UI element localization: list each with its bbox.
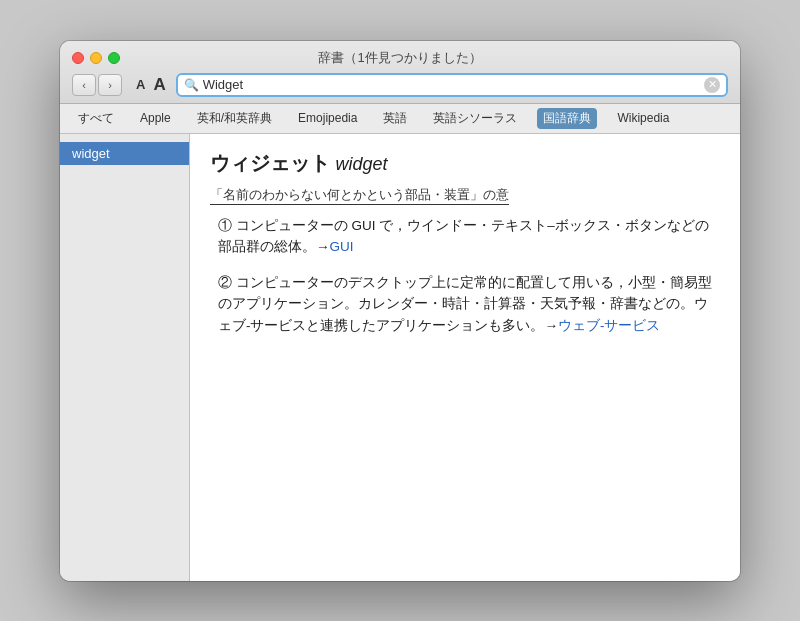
definition-2: ② コンピューターのデスクトップ上に定常的に配置して用いる，小型・簡易型のアプリ…: [218, 272, 720, 337]
entry-note: 「名前のわからない何とかという部品・装置」の意: [210, 186, 509, 205]
def-1-number: ①: [218, 218, 232, 233]
def-2-number: ②: [218, 275, 232, 290]
main-content: ウィジェット widget 「名前のわからない何とかという部品・装置」の意 ① …: [190, 134, 740, 581]
minimize-button[interactable]: [90, 52, 102, 64]
window-title: 辞書（1件見つかりました）: [318, 49, 481, 67]
search-box: 🔍 ✕: [176, 73, 728, 97]
font-small-button[interactable]: A: [134, 75, 147, 95]
tab-all[interactable]: すべて: [72, 108, 120, 129]
nav-buttons: ‹ ›: [72, 74, 122, 96]
tab-english[interactable]: 英語: [377, 108, 413, 129]
search-icon: 🔍: [184, 78, 199, 92]
tab-apple[interactable]: Apple: [134, 109, 177, 127]
font-large-button[interactable]: A: [151, 75, 167, 95]
definitions: ① コンピューターの GUI で，ウインドー・テキスト–ボックス・ボタンなどの部…: [218, 215, 720, 337]
titlebar: 辞書（1件見つかりました） ‹ › A A 🔍 ✕: [60, 41, 740, 104]
forward-button[interactable]: ›: [98, 74, 122, 96]
maximize-button[interactable]: [108, 52, 120, 64]
sidebar: widget: [60, 134, 190, 581]
entry-title-romanized: widget: [336, 154, 388, 174]
clear-button[interactable]: ✕: [704, 77, 720, 93]
entry-title: ウィジェット widget: [210, 150, 720, 177]
close-button[interactable]: [72, 52, 84, 64]
entry-title-japanese: ウィジェット: [210, 152, 330, 174]
tab-eiji[interactable]: 英和/和英辞典: [191, 108, 278, 129]
titlebar-top: 辞書（1件見つかりました）: [72, 49, 728, 67]
def-2-link[interactable]: ウェブ-サービス: [558, 318, 661, 333]
tab-emojipedia[interactable]: Emojipedia: [292, 109, 363, 127]
def-1-text: コンピューターの GUI で，ウインドー・テキスト–ボックス・ボタンなどの部品群…: [218, 218, 709, 255]
back-icon: ‹: [82, 79, 86, 91]
tab-wikipedia[interactable]: Wikipedia: [611, 109, 675, 127]
toolbar: ‹ › A A 🔍 ✕: [72, 73, 728, 97]
tab-kokugo[interactable]: 国語辞典: [537, 108, 597, 129]
clear-icon: ✕: [708, 78, 717, 91]
tab-thesaurus[interactable]: 英語シソーラス: [427, 108, 523, 129]
content-area: widget ウィジェット widget 「名前のわからない何とかという部品・装…: [60, 134, 740, 581]
back-button[interactable]: ‹: [72, 74, 96, 96]
traffic-lights: [72, 52, 120, 64]
definition-1: ① コンピューターの GUI で，ウインドー・テキスト–ボックス・ボタンなどの部…: [218, 215, 720, 258]
search-input[interactable]: [203, 77, 700, 92]
sidebar-item-widget[interactable]: widget: [60, 142, 189, 165]
app-window: 辞書（1件見つかりました） ‹ › A A 🔍 ✕: [60, 41, 740, 581]
forward-icon: ›: [108, 79, 112, 91]
font-buttons: A A: [134, 75, 168, 95]
tabbar: すべて Apple 英和/和英辞典 Emojipedia 英語 英語シソーラス …: [60, 104, 740, 134]
def-1-link[interactable]: GUI: [330, 239, 354, 254]
